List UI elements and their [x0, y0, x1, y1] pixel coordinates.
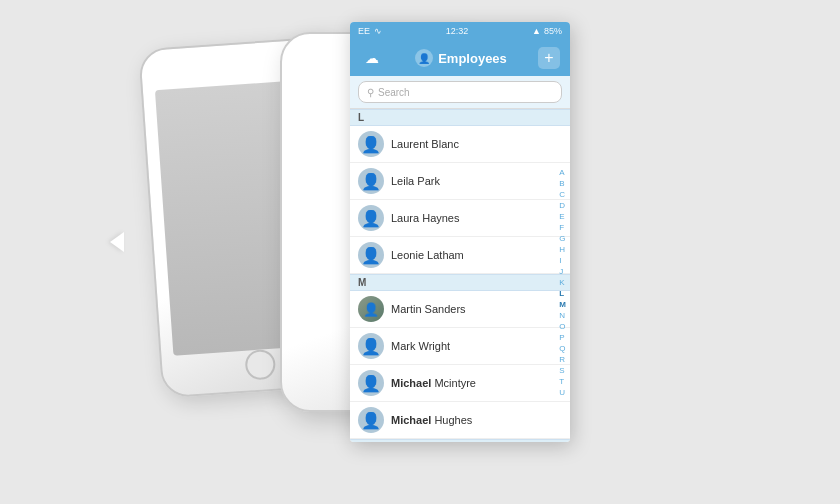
- add-icon: +: [544, 49, 553, 67]
- person-icon: 👤: [361, 209, 381, 228]
- avatar-photo: 👤: [358, 296, 384, 322]
- carrier-text: EE: [358, 26, 370, 36]
- scene: EE ∿ 12:32 ▲ 85% ☁ 👤 Employees +: [120, 22, 720, 482]
- nav-title-text: Employees: [438, 51, 507, 66]
- alpha-r[interactable]: R: [557, 354, 568, 365]
- list-item[interactable]: 👤 Michael Mcintyre: [350, 365, 570, 402]
- alpha-u[interactable]: U: [557, 387, 568, 398]
- alpha-f[interactable]: F: [557, 222, 568, 233]
- alpha-c[interactable]: C: [557, 189, 568, 200]
- nav-bar: ☁ 👤 Employees +: [350, 40, 570, 76]
- wifi-icon: ∿: [374, 26, 382, 36]
- person-icon: 👤: [361, 135, 381, 154]
- alpha-j[interactable]: J: [557, 266, 568, 277]
- alpha-i[interactable]: I: [557, 255, 568, 266]
- employees-icon: 👤: [415, 49, 433, 67]
- person-icon: 👤: [361, 374, 381, 393]
- employee-name: Leonie Latham: [391, 249, 464, 261]
- app-screen: EE ∿ 12:32 ▲ 85% ☁ 👤 Employees +: [350, 22, 570, 442]
- phone-back-home-button[interactable]: [244, 349, 276, 381]
- nav-title: 👤 Employees: [415, 49, 507, 67]
- list-item[interactable]: 👤 Martin Sanders: [350, 291, 570, 328]
- alpha-d[interactable]: D: [557, 200, 568, 211]
- alpha-g[interactable]: G: [557, 233, 568, 244]
- alpha-k[interactable]: K: [557, 277, 568, 288]
- alpha-m[interactable]: M: [557, 299, 568, 310]
- employee-name: Martin Sanders: [391, 303, 466, 315]
- section-header-m: M: [350, 274, 570, 291]
- battery-text: 85%: [544, 26, 562, 36]
- person-icon: 👤: [361, 411, 381, 430]
- alpha-e[interactable]: E: [557, 211, 568, 222]
- cloud-icon: ☁: [365, 50, 379, 66]
- avatar: 👤: [358, 370, 384, 396]
- list-item[interactable]: 👤 Laura Haynes: [350, 200, 570, 237]
- alpha-s[interactable]: S: [557, 365, 568, 376]
- status-bar: EE ∿ 12:32 ▲ 85%: [350, 22, 570, 40]
- employee-name: Michael Hughes: [391, 414, 472, 426]
- list-item[interactable]: 👤 Leila Park: [350, 163, 570, 200]
- employee-name: Michael Mcintyre: [391, 377, 476, 389]
- person-icon: 👤: [361, 337, 381, 356]
- add-employee-button[interactable]: +: [538, 47, 560, 69]
- search-bar: ⚲ Search: [350, 76, 570, 109]
- list-item[interactable]: 👤 Mark Wright: [350, 328, 570, 365]
- person-icon: 👤: [361, 172, 381, 191]
- search-icon: ⚲: [367, 87, 374, 98]
- status-left: EE ∿: [358, 26, 382, 36]
- alpha-q[interactable]: Q: [557, 343, 568, 354]
- employee-name: Laura Haynes: [391, 212, 460, 224]
- time-display: 12:32: [446, 26, 469, 36]
- person-icon: 👤: [361, 246, 381, 265]
- avatar: 👤: [358, 205, 384, 231]
- tooltip-bubble: [110, 232, 124, 252]
- status-right: ▲ 85%: [532, 26, 562, 36]
- section-header-l: L: [350, 109, 570, 126]
- list-item[interactable]: 👤 Laurent Blanc: [350, 126, 570, 163]
- alpha-h[interactable]: H: [557, 244, 568, 255]
- avatar: 👤: [358, 242, 384, 268]
- name-highlight: Michael: [391, 414, 431, 426]
- alpha-index: A B C D E F G H I J K L M N O P Q R S T: [557, 109, 568, 442]
- alpha-n[interactable]: N: [557, 310, 568, 321]
- name-highlight: Michael: [391, 377, 431, 389]
- section-header-n: N: [350, 439, 570, 442]
- avatar: 👤: [358, 168, 384, 194]
- alpha-a[interactable]: A: [557, 167, 568, 178]
- list-item[interactable]: 👤 Michael Hughes: [350, 402, 570, 439]
- signal-icon: ▲: [532, 26, 541, 36]
- employee-name: Laurent Blanc: [391, 138, 459, 150]
- employee-name: Leila Park: [391, 175, 440, 187]
- employee-list: L 👤 Laurent Blanc 👤 Leila Park 👤 Laura H…: [350, 109, 570, 442]
- search-placeholder: Search: [378, 87, 410, 98]
- list-item[interactable]: 👤 Leonie Latham: [350, 237, 570, 274]
- alpha-p[interactable]: P: [557, 332, 568, 343]
- avatar: 👤: [358, 131, 384, 157]
- person-icon: 👤: [418, 53, 430, 64]
- search-input[interactable]: ⚲ Search: [358, 81, 562, 103]
- person-photo-icon: 👤: [363, 302, 379, 317]
- alpha-l[interactable]: L: [557, 288, 568, 299]
- alpha-o[interactable]: O: [557, 321, 568, 332]
- cloud-button[interactable]: ☁: [360, 46, 384, 70]
- avatar: 👤: [358, 333, 384, 359]
- avatar: 👤: [358, 407, 384, 433]
- employee-name: Mark Wright: [391, 340, 450, 352]
- alpha-b[interactable]: B: [557, 178, 568, 189]
- alpha-t[interactable]: T: [557, 376, 568, 387]
